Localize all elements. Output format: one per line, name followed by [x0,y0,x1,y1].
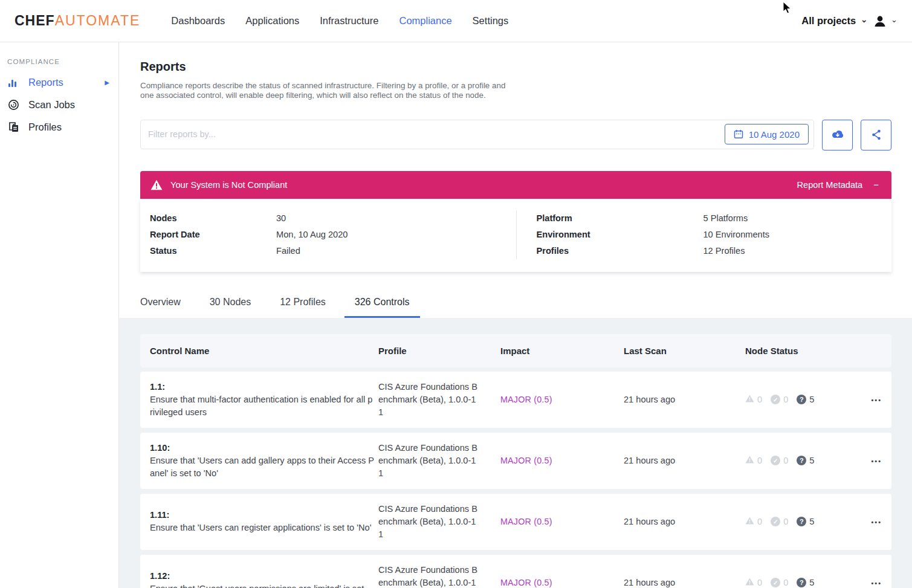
filter-reports-input[interactable] [141,129,725,139]
metadata-label: Platform [537,210,703,227]
bar-chart-icon [7,78,19,88]
node-status-cell: 0 ✓ 0 ? 5 [745,577,868,588]
question-circle-icon: ? [797,395,806,404]
sidebar-item-reports[interactable]: Reports ▶ [0,71,118,94]
warning-triangle-icon [745,516,754,527]
compliance-status-banner: Your System is Not Compliant Report Meta… [140,171,891,199]
cloud-download-icon [830,129,846,141]
profile-cell: CIS Azure Foundations Benchmark (Beta), … [378,442,480,480]
question-circle-icon: ? [797,456,806,465]
metadata-label: Status [150,243,276,259]
compliance-sidebar: COMPLIANCE Reports ▶ Scan Jobs Profiles [0,42,119,588]
last-scan-cell: 21 hours ago [624,395,745,404]
nav-item-applications[interactable]: Applications [235,1,309,41]
node-status-cell: 0 ✓ 0 ? 5 [745,516,868,527]
banner-message: Your System is Not Compliant [170,180,287,190]
impact-cell: MAJOR (0.5) [500,578,624,587]
skipped-count: 5 [809,456,814,465]
share-icon [870,129,882,141]
profile-cell: CIS Azure Foundations Benchmark (Beta), … [378,564,480,588]
chevron-down-icon: ⌄ [891,16,897,24]
passed-nodes: ✓ 0 [771,578,788,587]
impact-cell: MAJOR (0.5) [500,456,624,465]
metadata-value: Mon, 10 Aug 2020 [276,227,348,243]
warning-triangle-icon [745,455,754,466]
skipped-nodes: ? 5 [797,517,814,526]
nav-item-compliance[interactable]: Compliance [389,1,462,41]
more-menu-icon[interactable]: ••• [871,519,882,526]
tab-nodes[interactable]: 30 Nodes [199,297,262,318]
last-scan-cell: 21 hours ago [624,578,745,587]
metadata-row-profiles: Profiles 12 Profiles [537,243,892,259]
filter-bar: 10 Aug 2020 [140,120,891,150]
nav-item-infrastructure[interactable]: Infrastructure [309,1,389,41]
more-menu-icon[interactable]: ••• [871,580,882,587]
share-report-button[interactable] [861,120,891,150]
sidebar-item-label: Scan Jobs [28,99,75,111]
table-header-row: Control Name Profile Impact Last Scan No… [140,334,891,367]
sidebar-item-label: Profiles [28,121,62,133]
node-status-cell: 0 ✓ 0 ? 5 [745,394,868,405]
skipped-nodes: ? 5 [797,456,814,465]
filter-input-container: 10 Aug 2020 [140,120,814,149]
table-row[interactable]: 1.10: Ensure that 'Users can add gallery… [140,433,891,489]
skipped-count: 5 [809,578,814,587]
sidebar-section-label: COMPLIANCE [0,58,118,71]
report-metadata-toggle-label[interactable]: Report Metadata [797,180,863,190]
control-description: Ensure that 'Guest users permissions are… [150,583,375,588]
table-row[interactable]: 1.1: Ensure that multi-factor authentica… [140,372,891,428]
more-menu-icon[interactable]: ••• [871,457,882,465]
control-id: 1.1: [150,381,378,393]
table-row[interactable]: 1.11: Ensure that 'Users can register ap… [140,494,891,550]
user-avatar-icon [873,14,887,28]
sidebar-item-scan-jobs[interactable]: Scan Jobs [0,94,118,116]
more-menu-icon[interactable]: ••• [871,396,882,404]
metadata-row-status: Status Failed [150,243,516,259]
check-circle-icon: ✓ [771,395,780,404]
projects-filter-dropdown[interactable]: All projects ⌄ [801,15,867,27]
projects-filter-label: All projects [801,15,856,27]
column-header-profile: Profile [378,346,500,356]
date-picker-button[interactable]: 10 Aug 2020 [725,124,809,144]
passed-nodes: ✓ 0 [771,395,788,404]
check-circle-icon: ✓ [771,517,780,526]
metadata-label: Profiles [537,243,703,259]
question-circle-icon: ? [797,578,806,587]
table-row[interactable]: 1.12: Ensure that 'Guest users permissio… [140,555,891,588]
warning-triangle-icon [745,394,754,405]
metadata-row-platform: Platform 5 Platforms [537,210,892,227]
question-circle-icon: ? [797,517,806,526]
metadata-label: Report Date [150,227,276,243]
controls-table-section: Control Name Profile Impact Last Scan No… [119,318,912,588]
check-circle-icon: ✓ [771,456,780,465]
metadata-left-column: Nodes 30 Report Date Mon, 10 Aug 2020 St… [140,210,516,259]
date-picker-value: 10 Aug 2020 [749,129,800,140]
nav-item-settings[interactable]: Settings [462,1,519,41]
metadata-value: 5 Platforms [703,210,748,227]
control-id: 1.11: [150,509,378,522]
column-header-impact: Impact [500,346,624,356]
metadata-row-report-date: Report Date Mon, 10 Aug 2020 [150,227,516,243]
sidebar-item-profiles[interactable]: Profiles [0,116,118,138]
logo-automate-text: AUTOMATE [55,13,141,29]
control-description: Ensure that multi-factor authentication … [150,393,375,419]
tab-profiles[interactable]: 12 Profiles [270,297,336,318]
skipped-nodes: ? 5 [797,578,814,587]
passed-nodes: ✓ 0 [771,517,788,526]
metadata-value: Failed [276,243,300,259]
nav-item-dashboards[interactable]: Dashboards [161,1,235,41]
user-menu[interactable]: ⌄ [873,14,897,28]
download-report-button[interactable] [822,120,853,150]
collapse-minus-icon[interactable]: − [873,179,879,190]
expand-right-icon[interactable]: ▶ [105,79,109,86]
failed-nodes: 0 [745,577,762,588]
main-content: Reports Compliance reports describe the … [119,42,912,588]
chevron-down-icon: ⌄ [861,16,867,24]
control-name-cell: 1.11: Ensure that 'Users can register ap… [150,509,378,534]
tab-controls[interactable]: 326 Controls [344,297,420,318]
tab-overview[interactable]: Overview [140,297,191,318]
chef-automate-logo[interactable]: CHEFAUTOMATE [15,13,140,29]
column-header-control-name: Control Name [150,346,378,356]
report-tabs: Overview 30 Nodes 12 Profiles 326 Contro… [140,297,891,318]
passed-count: 0 [783,578,788,587]
